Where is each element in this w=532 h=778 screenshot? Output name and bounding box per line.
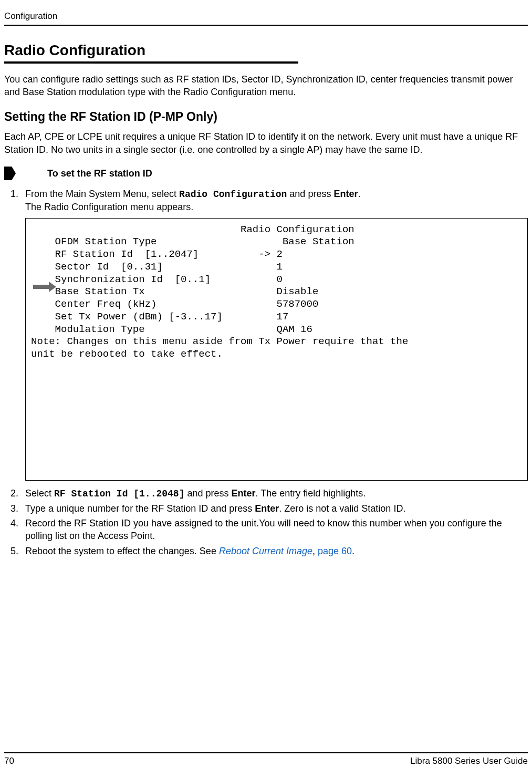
step-4: Record the RF Station ID you have assign… (21, 517, 528, 543)
page-title: Radio Configuration (4, 40, 528, 60)
step-1-suffix: . (358, 189, 360, 199)
intro-paragraph: You can configure radio settings such as… (4, 73, 528, 99)
page-ref-link[interactable]: page 60 (318, 546, 352, 556)
terminal-mod-line: Modulation Type QAM 16 (31, 324, 524, 336)
terminal-title-line: Radio Configuration (31, 224, 524, 236)
step-3-prefix: Type a unique number for the RF Station … (25, 503, 255, 514)
subsection-title: Setting the RF Station ID (P-MP Only) (4, 109, 528, 125)
step-5: Reboot the system to effect the changes.… (21, 545, 528, 557)
footer-doc-title: Libra 5800 Series User Guide (410, 755, 528, 767)
procedure-label: To set the RF station ID (47, 167, 152, 180)
step-1-command: Radio Configuration (179, 189, 287, 200)
procedure-steps: From the Main System Menu, select Radio … (4, 188, 528, 557)
terminal-sync-line: Synchronization Id [0..1] 0 (31, 274, 524, 286)
terminal-note-line1: Note: Changes on this menu aside from Tx… (31, 336, 524, 348)
terminal-txpwr-line: Set Tx Power (dBm) [-3...17] 17 (31, 311, 524, 324)
terminal-sector-line: Sector Id [0..31] 1 (31, 261, 524, 274)
terminal-rf-line: RF Station Id [1..2047] -> 2 (31, 248, 524, 261)
terminal-screen: Radio Configuration OFDM Station Type Ba… (25, 218, 528, 481)
step-2-enter: Enter (232, 488, 256, 499)
terminal-note-line2: unit be rebooted to take effect. (31, 348, 524, 361)
page-number: 70 (4, 755, 14, 767)
step-1-mid: and press (287, 189, 333, 199)
step-3: Type a unique number for the RF Station … (21, 502, 528, 515)
step-1-prefix: From the Main System Menu, select (25, 189, 179, 199)
step-2: Select RF Station Id [1..2048] and press… (21, 487, 528, 500)
title-underline (4, 61, 298, 64)
page-footer: 70 Libra 5800 Series User Guide (4, 752, 528, 767)
running-header: Configuration (4, 11, 528, 26)
step-1-line2: The Radio Configuration menu appears. (25, 202, 193, 212)
running-head-text: Configuration (4, 11, 57, 21)
step-1-enter: Enter (333, 189, 358, 199)
reboot-link[interactable]: Reboot Current Image (219, 546, 312, 556)
step-3-enter: Enter (255, 503, 279, 514)
step-2-prefix: Select (25, 488, 54, 499)
procedure-heading: To set the RF station ID (4, 167, 528, 180)
procedure-arrow-icon (4, 167, 16, 180)
step-2-suffix: . The entry field highlights. (256, 488, 366, 499)
selection-arrow-icon (33, 282, 56, 292)
terminal-cfreq-line: Center Freq (kHz) 5787000 (31, 298, 524, 311)
step-2-mid: and press (184, 488, 231, 499)
step-3-suffix: . Zero is not a valid Station ID. (279, 503, 405, 514)
step-5-suffix: . (352, 546, 354, 556)
step-5-prefix: Reboot the system to effect the changes.… (25, 546, 219, 556)
subsection-body: Each AP, CPE or LCPE unit requires a uni… (4, 130, 528, 156)
step-2-command: RF Station Id [1..2048] (54, 489, 184, 499)
step-5-mid: , (312, 546, 318, 556)
terminal-bstx-line: Base Station Tx Disable (31, 286, 524, 298)
terminal-ofdm-line: OFDM Station Type Base Station (31, 236, 524, 248)
step-1: From the Main System Menu, select Radio … (21, 188, 528, 481)
